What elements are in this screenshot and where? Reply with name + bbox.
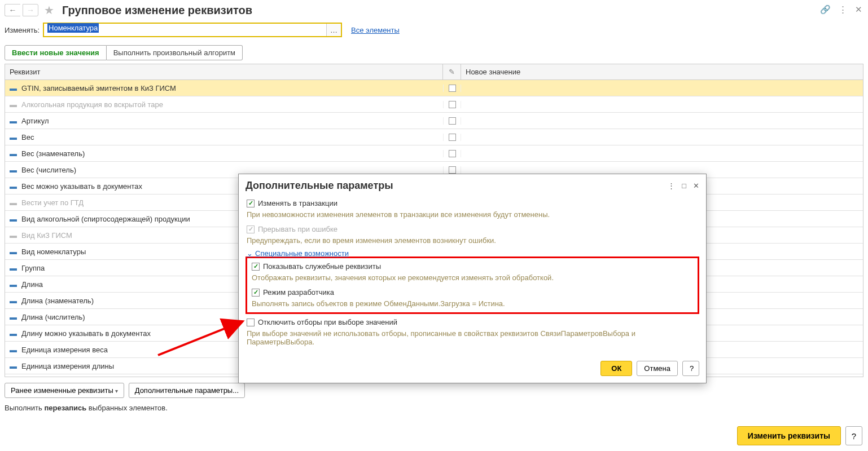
- item-icon: ▬: [10, 346, 17, 354]
- favorite-icon[interactable]: ★: [44, 3, 54, 17]
- extra-params-button[interactable]: Дополнительные параметры...: [129, 383, 245, 398]
- row-checkbox[interactable]: [449, 150, 456, 157]
- item-icon: ▬: [10, 362, 17, 370]
- dialog-ok-button[interactable]: ОК: [600, 361, 632, 376]
- dialog-maximize-icon[interactable]: □: [682, 182, 686, 190]
- requisite-label: Вес можно указывать в документах: [21, 182, 142, 191]
- label-show-service: Показывать служебные реквизиты: [263, 262, 381, 271]
- dialog-more-icon[interactable]: ⋮: [668, 182, 675, 190]
- link-icon[interactable]: 🔗: [820, 5, 831, 15]
- filter-row: Изменять: Номенклатура … Все элементы: [0, 20, 868, 39]
- filter-ellipsis-button[interactable]: …: [326, 24, 341, 36]
- requisite-label: Вид КиЗ ГИСМ: [21, 231, 72, 240]
- table-row[interactable]: ▬Вес: [5, 129, 863, 145]
- more-icon[interactable]: ⋮: [839, 5, 847, 15]
- item-icon: ▬: [10, 84, 17, 92]
- desc-interrupt: Предупреждать, если во время изменения э…: [247, 235, 698, 249]
- tab-algorithm[interactable]: Выполнить произвольный алгоритм: [107, 45, 243, 60]
- row-checkbox[interactable]: [449, 166, 456, 174]
- item-icon: ▬: [10, 133, 17, 142]
- requisite-label: Артикул: [21, 117, 49, 125]
- item-icon: ▬: [10, 329, 17, 338]
- checkbox-dev-mode[interactable]: ✓: [252, 289, 260, 297]
- requisite-label: Вид алкогольной (спиртосодержащей) проду…: [21, 215, 190, 223]
- page-title: Групповое изменение реквизитов: [62, 4, 252, 17]
- dialog-title: Дополнительные параметры: [246, 180, 668, 192]
- label-interrupt: Прерывать при ошибке: [258, 225, 337, 233]
- highlight-annotation: ✓ Показывать служебные реквизиты Отображ…: [246, 257, 699, 314]
- desc-transaction: При невозможности изменения элементов в …: [247, 209, 698, 223]
- item-icon: ▬: [10, 215, 17, 223]
- filter-input-wrap: Номенклатура …: [43, 23, 342, 37]
- requisite-label: Вес (числитель): [21, 166, 76, 174]
- apply-button[interactable]: Изменить реквизиты: [737, 426, 841, 445]
- table-row[interactable]: ▬Вес (знаменатель): [5, 145, 863, 162]
- filter-label: Изменять:: [5, 26, 40, 34]
- table-row[interactable]: ▬Артикул: [5, 113, 863, 129]
- requisite-label: Длину можно указывать в документах: [21, 329, 151, 338]
- requisite-label: Длина (знаменатель): [21, 297, 94, 305]
- table-row[interactable]: ▬Алкогольная продукция во вскрытой таре: [5, 96, 863, 113]
- checkbox-interrupt: ✓: [247, 226, 255, 233]
- col-header-edit-icon[interactable]: ✎: [443, 64, 461, 79]
- label-dev-mode: Режим разработчика: [263, 288, 334, 297]
- forward-button[interactable]: →: [23, 4, 38, 16]
- requisite-label: GTIN, записываемый эмитентом в КиЗ ГИСМ: [21, 84, 176, 92]
- dialog-help-button[interactable]: ?: [682, 361, 699, 376]
- help-button[interactable]: ?: [845, 426, 862, 445]
- desc-show-service: Отображать реквизиты, значения которых н…: [252, 272, 693, 286]
- item-icon: ▬: [10, 149, 17, 158]
- col-header-new-value[interactable]: Новое значение: [461, 64, 863, 79]
- checkbox-transaction[interactable]: ✓: [247, 200, 255, 207]
- filter-input[interactable]: Номенклатура: [44, 24, 326, 36]
- table-row[interactable]: ▬GTIN, записываемый эмитентом в КиЗ ГИСМ: [5, 80, 863, 96]
- extra-params-dialog: Дополнительные параметры ⋮ □ ✕ ✓ Изменят…: [238, 174, 707, 383]
- requisite-label: Алкогольная продукция во вскрытой таре: [21, 100, 163, 109]
- desc-dev-mode: Выполнять запись объектов в режиме Обмен…: [252, 298, 693, 309]
- tab-enter-values[interactable]: Ввести новые значения: [5, 45, 107, 60]
- footer-bar: Изменить реквизиты ?: [737, 426, 862, 445]
- item-icon: ▬: [10, 198, 17, 207]
- requisite-label: Длина: [21, 280, 43, 289]
- dialog-close-icon[interactable]: ✕: [693, 182, 699, 190]
- desc-disable-filters: При выборе значений не использовать отбо…: [247, 328, 698, 351]
- label-disable-filters: Отключить отборы при выборе значений: [258, 318, 397, 326]
- requisite-label: Единица измерения длины: [21, 362, 114, 370]
- label-transaction: Изменять в транзакции: [258, 199, 337, 207]
- dialog-cancel-button[interactable]: Отмена: [637, 361, 678, 376]
- checkbox-disable-filters[interactable]: [247, 319, 255, 326]
- item-icon: ▬: [10, 166, 17, 174]
- requisite-label: Длина (числитель): [21, 313, 85, 321]
- row-checkbox[interactable]: [449, 117, 456, 125]
- item-icon: ▬: [10, 264, 17, 272]
- toolbar: ← → ★ Групповое изменение реквизитов: [0, 0, 868, 20]
- status-line: Выполнить перезапись выбранных элементов…: [0, 400, 868, 415]
- col-header-requisite[interactable]: Реквизит: [5, 64, 443, 79]
- chevron-down-icon: ⌄: [247, 249, 253, 258]
- item-icon: ▬: [10, 247, 17, 256]
- item-icon: ▬: [10, 182, 17, 191]
- grid-header: Реквизит ✎ Новое значение: [5, 64, 863, 80]
- checkbox-show-service[interactable]: ✓: [252, 263, 260, 271]
- item-icon: ▬: [10, 313, 17, 321]
- row-checkbox[interactable]: [449, 85, 456, 92]
- recent-requisites-button[interactable]: Ранее измененные реквизиты: [5, 383, 124, 398]
- requisite-label: Вид номенклатуры: [21, 247, 86, 256]
- close-icon[interactable]: ✕: [855, 5, 862, 15]
- requisite-label: Вес (знаменатель): [21, 149, 85, 158]
- requisite-label: Вес: [21, 133, 34, 142]
- back-button[interactable]: ←: [5, 4, 20, 16]
- requisite-label: Группа: [21, 264, 45, 272]
- tab-bar: Ввести новые значения Выполнить произвол…: [0, 39, 868, 60]
- all-elements-link[interactable]: Все элементы: [351, 26, 400, 34]
- item-icon: ▬: [10, 231, 17, 240]
- item-icon: ▬: [10, 117, 17, 125]
- row-checkbox[interactable]: [449, 134, 456, 141]
- item-icon: ▬: [10, 100, 17, 109]
- window-controls: 🔗 ⋮ ✕: [820, 5, 862, 15]
- row-checkbox[interactable]: [449, 101, 456, 108]
- requisite-label: Единица измерения веса: [21, 346, 108, 354]
- requisite-label: Вести учет по ГТД: [21, 198, 84, 207]
- item-icon: ▬: [10, 297, 17, 305]
- item-icon: ▬: [10, 280, 17, 289]
